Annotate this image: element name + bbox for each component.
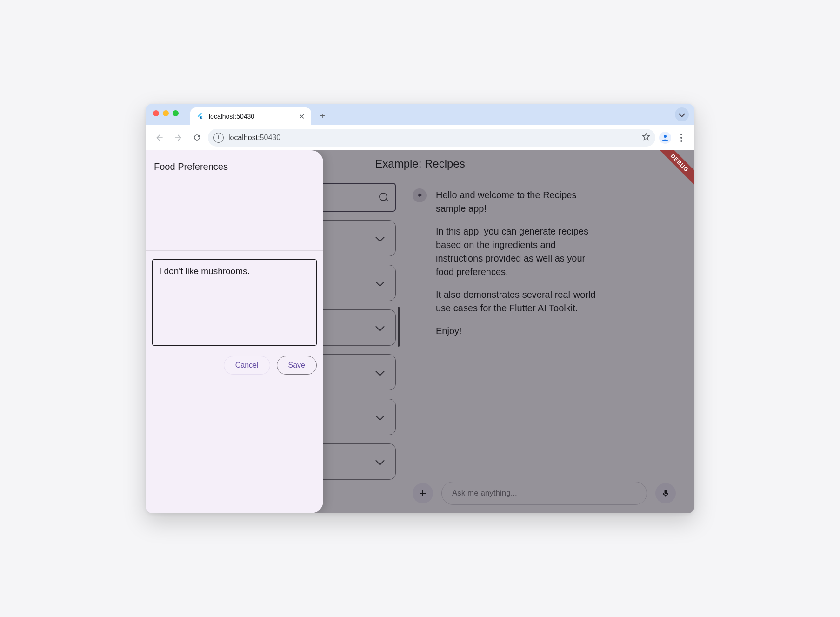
tab-strip: localhost:50430 ✕ + xyxy=(146,104,694,125)
cancel-button[interactable]: Cancel xyxy=(224,356,270,375)
tab-title: localhost:50430 xyxy=(209,113,293,120)
preferences-drawer: Food Preferences I don't like mushrooms.… xyxy=(146,150,323,513)
url-display: localhost:50430 xyxy=(228,134,280,142)
browser-menu-button[interactable] xyxy=(675,134,688,142)
profile-avatar-icon[interactable] xyxy=(659,132,671,144)
page-viewport: Example: Recipes xyxy=(146,150,694,513)
drawer-actions: Cancel Save xyxy=(152,356,317,375)
flutter-favicon-icon xyxy=(196,112,204,121)
back-button[interactable] xyxy=(152,130,167,145)
address-bar[interactable]: i localhost:50430 xyxy=(208,129,655,147)
window-close-button[interactable] xyxy=(153,110,159,116)
url-host: localhost: xyxy=(228,134,260,141)
preferences-value: I don't like mushrooms. xyxy=(159,266,250,276)
new-tab-button[interactable]: + xyxy=(316,109,329,122)
drawer-title: Food Preferences xyxy=(152,161,317,172)
svg-point-0 xyxy=(664,135,667,138)
reload-button[interactable] xyxy=(189,130,204,145)
browser-tab[interactable]: localhost:50430 ✕ xyxy=(190,107,311,125)
site-info-icon[interactable]: i xyxy=(213,133,224,143)
window-controls xyxy=(153,110,179,116)
window-zoom-button[interactable] xyxy=(173,110,179,116)
bookmark-star-icon[interactable] xyxy=(641,132,651,143)
tab-close-icon[interactable]: ✕ xyxy=(297,112,306,121)
window-minimize-button[interactable] xyxy=(163,110,169,116)
browser-toolbar: i localhost:50430 xyxy=(146,125,694,150)
preferences-textarea[interactable]: I don't like mushrooms. xyxy=(152,259,317,346)
browser-window: localhost:50430 ✕ + i localhost:50430 xyxy=(146,104,694,513)
drawer-separator xyxy=(146,250,323,251)
forward-button[interactable] xyxy=(171,130,186,145)
tabstrip-overflow-button[interactable] xyxy=(675,107,689,121)
save-button[interactable]: Save xyxy=(277,356,317,375)
url-port: 50430 xyxy=(260,134,281,141)
